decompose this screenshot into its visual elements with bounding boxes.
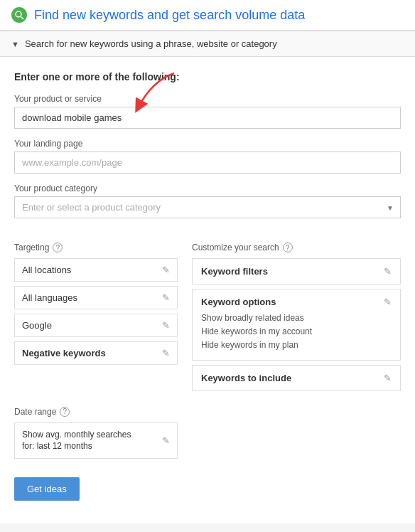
- customize-help-icon[interactable]: ?: [283, 243, 293, 252]
- keywords-to-include-title: Keywords to include: [201, 373, 291, 383]
- category-field-group: Your product category Enter or select a …: [14, 183, 401, 218]
- get-ideas-button[interactable]: Get ideas: [14, 477, 80, 501]
- toggle-arrow-icon: ▼: [11, 40, 19, 48]
- targeting-label: Targeting ?: [14, 243, 178, 252]
- svg-point-0: [16, 11, 21, 17]
- product-input[interactable]: [14, 107, 401, 129]
- keyword-options-sub-1: Show broadly related ideas: [201, 312, 392, 325]
- targeting-negative-keywords-edit-icon[interactable]: ✎: [162, 348, 170, 358]
- category-select-wrapper[interactable]: Enter or select a product category: [14, 196, 401, 218]
- keyword-options-sub-2: Hide keywords in my account: [201, 325, 392, 339]
- customize-item-keyword-filters[interactable]: Keyword filters ✎: [192, 258, 401, 284]
- date-range-help-icon[interactable]: ?: [60, 407, 70, 417]
- form-section: Enter one or more of the following: Your…: [0, 57, 415, 235]
- keyword-filters-edit-icon[interactable]: ✎: [384, 266, 392, 277]
- customize-item-keywords-to-include[interactable]: Keywords to include ✎: [192, 365, 401, 391]
- targeting-item-languages[interactable]: All languages ✎: [14, 286, 178, 309]
- section-toggle-label: Search for new keywords using a phrase, …: [25, 38, 277, 49]
- two-col-section: Targeting ? All locations ✎ All language…: [0, 235, 415, 403]
- page-header: Find new keywords and get search volume …: [0, 0, 415, 31]
- get-ideas-section: Get ideas: [0, 466, 415, 512]
- keywords-to-include-header: Keywords to include ✎: [201, 373, 392, 383]
- keyword-options-header: Keyword options ✎: [201, 297, 392, 307]
- customize-item-keyword-options[interactable]: Keyword options ✎ Show broadly related i…: [192, 289, 401, 361]
- page-title: Find new keywords and get search volume …: [34, 8, 305, 23]
- svg-line-1: [21, 16, 23, 19]
- customize-column: Customize your search ? Keyword filters …: [192, 243, 401, 395]
- landing-label: Your landing page: [14, 139, 401, 149]
- keyword-options-edit-icon[interactable]: ✎: [384, 297, 392, 307]
- targeting-locations-text: All locations: [22, 265, 71, 275]
- targeting-negative-keywords-text: Negative keywords: [22, 348, 106, 358]
- targeting-help-icon[interactable]: ?: [53, 243, 63, 252]
- targeting-google-text: Google: [22, 320, 52, 331]
- product-label: Your product or service: [14, 94, 401, 104]
- keyword-filters-header: Keyword filters ✎: [201, 266, 392, 277]
- targeting-languages-text: All languages: [22, 292, 77, 303]
- customize-label: Customize your search ?: [192, 243, 401, 252]
- landing-field-group: Your landing page: [14, 139, 401, 174]
- targeting-item-locations[interactable]: All locations ✎: [14, 258, 178, 282]
- targeting-column: Targeting ? All locations ✎ All language…: [14, 243, 178, 395]
- category-select[interactable]: Enter or select a product category: [14, 196, 401, 218]
- category-label: Your product category: [14, 183, 401, 193]
- date-range-box[interactable]: Show avg. monthly searches for: last 12 …: [14, 422, 178, 459]
- form-intro: Enter one or more of the following:: [14, 71, 401, 83]
- keyword-options-body: Show broadly related ideas Hide keywords…: [201, 312, 392, 353]
- product-input-wrapper: [14, 107, 401, 129]
- section-toggle[interactable]: ▼ Search for new keywords using a phrase…: [0, 31, 415, 57]
- date-range-edit-icon[interactable]: ✎: [162, 435, 170, 446]
- date-range-label: Date range ?: [14, 407, 401, 417]
- header-icon: [11, 7, 27, 23]
- targeting-google-edit-icon[interactable]: ✎: [162, 320, 170, 331]
- targeting-item-negative-keywords[interactable]: Negative keywords ✎: [14, 341, 178, 365]
- keyword-options-sub-3: Hide keywords in my plan: [201, 339, 392, 352]
- keywords-to-include-edit-icon[interactable]: ✎: [384, 373, 392, 383]
- keyword-options-title: Keyword options: [201, 297, 276, 307]
- landing-input[interactable]: [14, 151, 401, 174]
- date-range-text: Show avg. monthly searches for: last 12 …: [22, 429, 131, 453]
- keyword-filters-title: Keyword filters: [201, 266, 268, 277]
- targeting-item-google[interactable]: Google ✎: [14, 314, 178, 337]
- targeting-languages-edit-icon[interactable]: ✎: [162, 292, 170, 303]
- targeting-locations-edit-icon[interactable]: ✎: [162, 265, 170, 275]
- product-field-group: Your product or service: [14, 94, 401, 129]
- main-content: ▼ Search for new keywords using a phrase…: [0, 31, 415, 523]
- date-range-section: Date range ? Show avg. monthly searches …: [0, 403, 415, 467]
